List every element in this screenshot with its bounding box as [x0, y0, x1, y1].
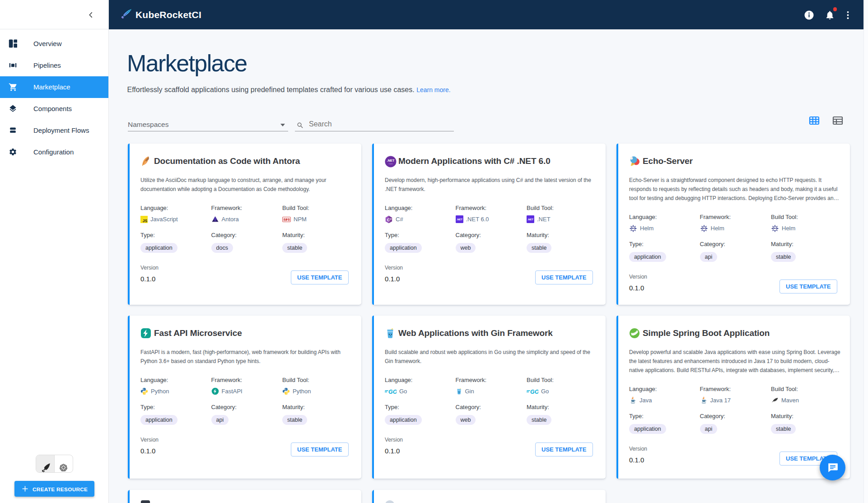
svg-text:.NET: .NET	[456, 218, 462, 221]
svg-text:Core: Core	[388, 163, 393, 165]
svg-text:JS: JS	[143, 219, 148, 223]
svg-text:GO: GO	[388, 388, 397, 394]
svg-text:HELM: HELM	[631, 228, 635, 229]
svg-text:C: C	[387, 217, 390, 222]
svg-text:.NET: .NET	[387, 158, 394, 163]
svg-text:#: #	[390, 218, 392, 220]
svg-text:GO: GO	[530, 388, 538, 394]
svg-text:.NET: .NET	[527, 218, 534, 221]
svg-text:HELM: HELM	[702, 228, 706, 229]
svg-text:HELM: HELM	[773, 228, 777, 229]
